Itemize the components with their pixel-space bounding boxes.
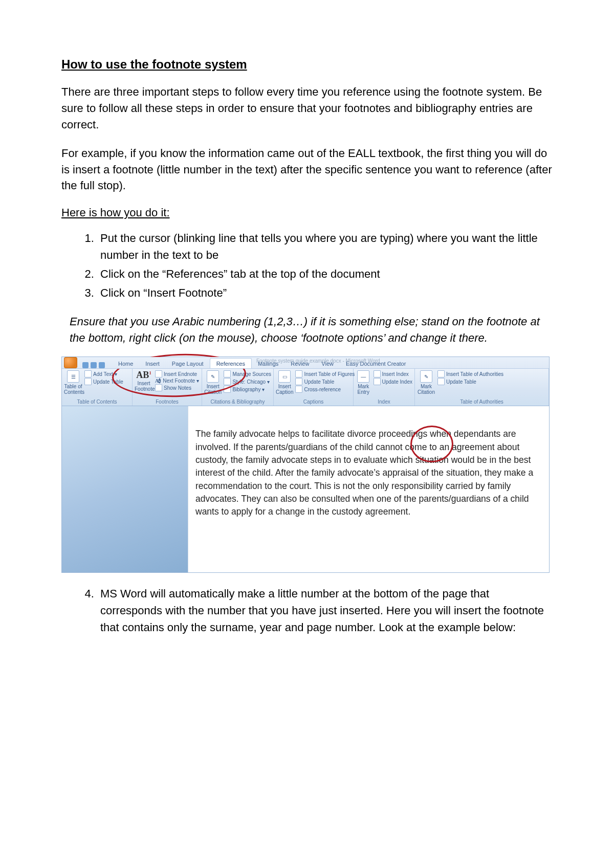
group-label-captions: Captions — [276, 399, 351, 406]
btn-update-index[interactable]: Update Index — [374, 378, 413, 385]
ab-icon: AB1 — [135, 370, 153, 381]
citation-icon: ✎ — [207, 370, 219, 383]
intro-paragraph-2: For example, if you know the information… — [61, 145, 553, 194]
group-authorities: ✎ Mark Citation Insert Table of Authorit… — [415, 369, 549, 406]
bibliography-icon — [224, 386, 231, 393]
group-index: — Mark Entry Insert Index Update Index I… — [354, 369, 415, 406]
step-2: Click on the “References” tab at the top… — [97, 265, 553, 282]
ribbon-groups: ☰ Table of Contents Add Text ▾ Update Ta… — [62, 369, 549, 406]
tab-insert[interactable]: Insert — [139, 359, 166, 368]
btn-cross-reference[interactable]: Cross-reference — [295, 386, 355, 393]
toc-icon: ☰ — [67, 370, 79, 383]
page-title: How to use the footnote system — [61, 57, 553, 72]
group-footnotes: AB1 Insert Footnote Insert Endnote A₿ Ne… — [133, 369, 202, 406]
authorities-icon — [437, 370, 445, 377]
office-button[interactable] — [64, 357, 77, 368]
btn-next-footnote[interactable]: A₿ Next Footnote ▾ — [155, 378, 199, 384]
mark-entry-icon: — — [357, 370, 369, 383]
steps-continued: MS Word will automatically make a little… — [61, 585, 553, 636]
word-screenshot: Home Insert Page Layout References Maili… — [61, 357, 550, 573]
tab-mailings[interactable]: Mailings — [252, 359, 284, 368]
group-toc: ☰ Table of Contents Add Text ▾ Update Ta… — [62, 369, 133, 406]
cross-ref-icon — [295, 386, 302, 393]
how-subheading: Here is how you do it: — [61, 206, 553, 219]
group-label-citations: Citations & Bibliography — [204, 399, 271, 406]
btn-table-of-contents[interactable]: ☰ Table of Contents — [64, 370, 82, 395]
tab-review[interactable]: Review — [284, 359, 315, 368]
tab-home[interactable]: Home — [112, 359, 139, 368]
btn-add-text[interactable]: Add Text ▾ — [84, 370, 123, 377]
quick-access-toolbar[interactable] — [82, 362, 105, 368]
style-selector[interactable]: Style: Chicago ▾ — [224, 378, 271, 385]
btn-mark-entry[interactable]: — Mark Entry — [356, 370, 371, 395]
step-1: Put the cursor (blinking line that tells… — [97, 230, 553, 263]
btn-show-notes[interactable]: Show Notes — [155, 384, 199, 391]
group-captions: ▭ Insert Caption Insert Table of Figures… — [274, 369, 354, 406]
document-text: The family advocate helps to facilitate … — [195, 429, 533, 517]
group-label-authorities: Table of Authorities — [417, 399, 546, 406]
tab-view[interactable]: View — [315, 359, 340, 368]
group-label-toc: Table of Contents — [64, 399, 130, 406]
update-icon — [374, 378, 381, 385]
document-page: How to use the footnote system There are… — [0, 0, 614, 699]
btn-update-table-authorities[interactable]: Update Table — [437, 378, 503, 385]
document-body[interactable]: The family advocate helps to facilitate … — [188, 406, 549, 572]
sources-icon — [224, 370, 231, 377]
btn-insert-footnote[interactable]: AB1 Insert Footnote — [135, 370, 153, 392]
btn-update-table-captions[interactable]: Update Table — [295, 378, 355, 385]
group-label-index: Index — [356, 399, 412, 406]
italic-note: Ensure that you use Arabic numbering (1,… — [70, 314, 553, 346]
btn-insert-caption[interactable]: ▭ Insert Caption — [276, 370, 293, 395]
btn-insert-index[interactable]: Insert Index — [374, 370, 413, 377]
figures-icon — [295, 370, 302, 377]
btn-bibliography[interactable]: Bibliography ▾ — [224, 386, 271, 393]
mark-citation-icon: ✎ — [420, 370, 432, 383]
document-pane: The family advocate helps to facilitate … — [61, 406, 550, 573]
step-3: Click on “Insert Footnote” — [97, 284, 553, 301]
margin-panel — [62, 406, 188, 572]
step-4: MS Word will automatically make a little… — [97, 585, 553, 636]
caption-icon: ▭ — [278, 370, 291, 383]
group-label-footnotes: Footnotes — [135, 399, 200, 406]
update-icon — [84, 378, 92, 385]
tab-easy-document-creator[interactable]: Easy Document Creator — [340, 359, 412, 368]
ribbon-tabs: Home Insert Page Layout References Maili… — [62, 357, 549, 369]
update-icon — [295, 378, 302, 385]
steps-list: Put the cursor (blinking line that tells… — [61, 230, 553, 301]
btn-insert-table-figures[interactable]: Insert Table of Figures — [295, 370, 355, 377]
btn-manage-sources[interactable]: Manage Sources — [224, 370, 271, 377]
btn-insert-table-authorities[interactable]: Insert Table of Authorities — [437, 370, 503, 377]
endnote-icon — [155, 370, 162, 377]
group-citations: ✎ Insert Citation Manage Sources Style: … — [202, 369, 274, 406]
btn-insert-citation[interactable]: ✎ Insert Citation — [204, 370, 222, 395]
tab-page-layout[interactable]: Page Layout — [166, 359, 210, 368]
update-icon — [437, 378, 445, 385]
style-icon — [224, 378, 231, 385]
plus-icon — [84, 370, 92, 377]
tab-references[interactable]: References — [210, 358, 252, 368]
btn-insert-endnote[interactable]: Insert Endnote — [155, 370, 199, 377]
show-notes-icon — [155, 384, 162, 391]
index-icon — [374, 370, 381, 377]
ribbon: Home Insert Page Layout References Maili… — [61, 357, 550, 406]
btn-update-table-toc[interactable]: Update Table — [84, 378, 123, 385]
btn-mark-citation[interactable]: ✎ Mark Citation — [417, 370, 435, 395]
intro-paragraph-1: There are three important steps to follo… — [61, 84, 553, 133]
